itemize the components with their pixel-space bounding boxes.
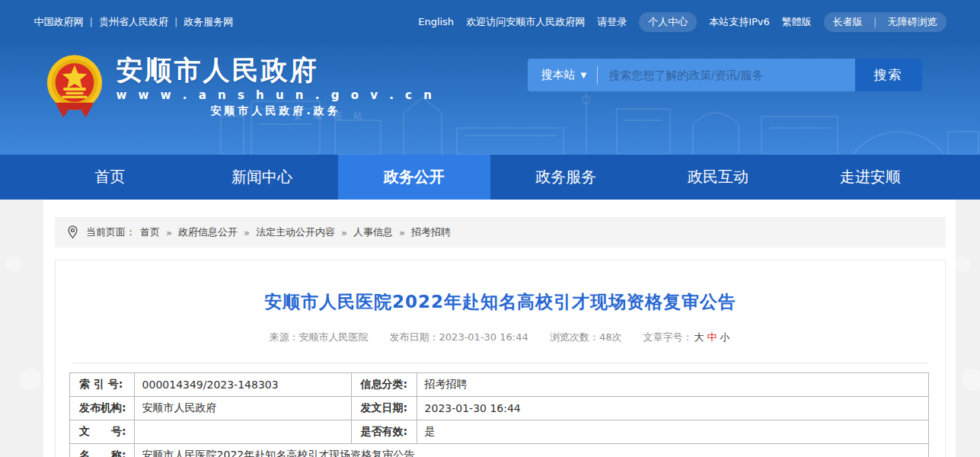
validity-value: 是 <box>417 420 928 444</box>
issuing-agency-label: 发布机构: <box>70 397 135 420</box>
article-title: 安顺市人民医院2022年赴知名高校引才现场资格复审公告 <box>56 290 945 314</box>
info-category-label: 信息分类: <box>351 373 417 397</box>
main-navigation: 首页 新闻中心 政务公开 政务服务 政民互动 走进安顺 <box>0 155 980 200</box>
font-size-small-button[interactable]: 小 <box>720 331 730 343</box>
separator: | <box>90 16 93 27</box>
article-meta: 来源：安顺市人民医院 发布日期：2023-01-30 16:44 浏览次数：48… <box>56 331 945 344</box>
document-number-label: 文 号: <box>70 420 135 444</box>
breadcrumb-prefix: 当前页面： <box>86 225 136 239</box>
document-name-value: 安顺市人民医院2022年赴知名高校引才现场资格复审公告 <box>134 444 928 457</box>
publish-date-label: 发布日期： <box>390 331 439 343</box>
article-panel: 安顺市人民医院2022年赴知名高校引才现场资格复审公告 来源：安顺市人民医院 发… <box>55 260 946 457</box>
table-row: 发布机构: 安顺市人民政府 发文日期: 2023-01-30 16:44 <box>70 397 929 420</box>
breadcrumb-home[interactable]: 首页 <box>140 225 160 239</box>
search-input[interactable] <box>598 59 854 91</box>
divider <box>72 363 928 363</box>
site-name: 安顺市人民政府 <box>117 56 436 85</box>
views-label: 浏览次数： <box>550 331 599 343</box>
left-background-pattern <box>0 200 43 457</box>
search-scope-label: 搜本站 <box>541 68 576 82</box>
nav-item-gov-service[interactable]: 政务服务 <box>490 155 643 200</box>
site-url: w w w . a n s h u n . g o v . c n <box>117 88 436 102</box>
breadcrumb-statutory-disclosure[interactable]: 法定主动公开内容 <box>256 225 335 239</box>
table-row: 索 引 号: 000014349/2023-148303 信息分类: 招考招聘 <box>70 373 929 397</box>
views-value: 48次 <box>599 331 622 343</box>
elder-version-link[interactable]: 长者版 <box>833 15 863 29</box>
link-gov-service[interactable]: 政务服务网 <box>184 15 233 29</box>
site-banner: 安 顺 西 站 安顺市人民政府 w w w . a n s h u n . g … <box>0 43 980 155</box>
nav-item-home[interactable]: 首页 <box>34 155 187 200</box>
issue-date-value: 2023-01-30 16:44 <box>417 397 928 420</box>
site-logo-block[interactable]: 安顺市人民政府 w w w . a n s h u n . g o v . c … <box>43 53 436 123</box>
breadcrumb-separator: » <box>341 227 347 238</box>
fontsize-label: 文章字号： <box>643 331 693 343</box>
issue-date-label: 发文日期: <box>351 397 417 420</box>
font-size-medium-button[interactable]: 中 <box>707 331 717 343</box>
ipv6-badge: 本站支持IPv6 <box>709 15 770 29</box>
search-scope-dropdown[interactable]: 搜本站 ▼ <box>528 68 598 82</box>
font-size-large-button[interactable]: 大 <box>694 331 704 343</box>
nav-item-gov-info[interactable]: 政务公开 <box>338 155 490 200</box>
welcome-text: 欢迎访问安顺市人民政府网 <box>466 15 585 29</box>
accessibility-link[interactable]: 无障碍浏览 <box>888 15 937 29</box>
chevron-down-icon: ▼ <box>581 71 587 79</box>
document-number-value <box>134 420 351 444</box>
breadcrumb-personnel-info[interactable]: 人事信息 <box>353 225 393 239</box>
right-background-pattern <box>956 200 980 457</box>
search-button[interactable]: 搜索 <box>855 59 922 91</box>
nav-item-interaction[interactable]: 政民互动 <box>642 155 794 200</box>
traditional-version-link[interactable]: 繁體版 <box>782 15 812 29</box>
table-row: 名 称: 安顺市人民医院2022年赴知名高校引才现场资格复审公告 <box>70 444 929 457</box>
top-utility-bar: 中国政府网 | 贵州省人民政府 | 政务服务网 English 欢迎访问安顺市人… <box>0 0 980 43</box>
validity-label: 是否有效: <box>351 420 417 444</box>
location-pin-icon <box>67 225 78 239</box>
issuing-agency-value: 安顺市人民政府 <box>134 397 351 420</box>
info-category-value: 招考招聘 <box>417 373 928 397</box>
link-guizhou-gov[interactable]: 贵州省人民政府 <box>99 15 168 29</box>
nav-item-news[interactable]: 新闻中心 <box>186 155 338 200</box>
breadcrumb-separator: » <box>399 227 405 238</box>
link-china-gov[interactable]: 中国政府网 <box>34 15 84 29</box>
personal-center-link[interactable]: 个人中心 <box>639 12 697 32</box>
source-label: 来源： <box>269 331 298 343</box>
document-info-table: 索 引 号: 000014349/2023-148303 信息分类: 招考招聘 … <box>69 372 929 457</box>
breadcrumb-gov-info[interactable]: 政府信息公开 <box>178 225 238 239</box>
index-number-label: 索 引 号: <box>70 373 135 397</box>
topbar-right-links: English 欢迎访问安顺市人民政府网 请登录 个人中心 本站支持IPv6 繁… <box>418 12 946 32</box>
nav-item-about-anshun[interactable]: 走进安顺 <box>794 155 946 200</box>
site-subtitle: 安顺市人民政府.政务 <box>117 104 436 118</box>
source-value: 安顺市人民医院 <box>298 331 368 343</box>
topbar-left-links: 中国政府网 | 贵州省人民政府 | 政务服务网 <box>34 15 234 29</box>
link-english[interactable]: English <box>418 16 454 27</box>
site-search: 搜本站 ▼ 搜索 <box>528 59 922 91</box>
publish-date-value: 2023-01-30 16:44 <box>439 331 528 343</box>
document-name-label: 名 称: <box>70 444 135 457</box>
table-row: 文 号: 是否有效: 是 <box>70 420 929 444</box>
index-number-value: 000014349/2023-148303 <box>134 373 351 397</box>
separator: ｜ <box>870 15 880 29</box>
breadcrumb-recruitment[interactable]: 招考招聘 <box>411 225 451 239</box>
breadcrumb-separator: » <box>244 227 250 238</box>
separator: | <box>174 16 177 27</box>
accessibility-pill: 长者版 ｜ 无障碍浏览 <box>824 12 946 32</box>
breadcrumb-separator: » <box>166 227 172 238</box>
breadcrumb: 当前页面： 首页 » 政府信息公开 » 法定主动公开内容 » 人事信息 » 招考… <box>55 217 946 248</box>
national-emblem-logo <box>43 53 106 123</box>
login-link[interactable]: 请登录 <box>597 15 627 29</box>
